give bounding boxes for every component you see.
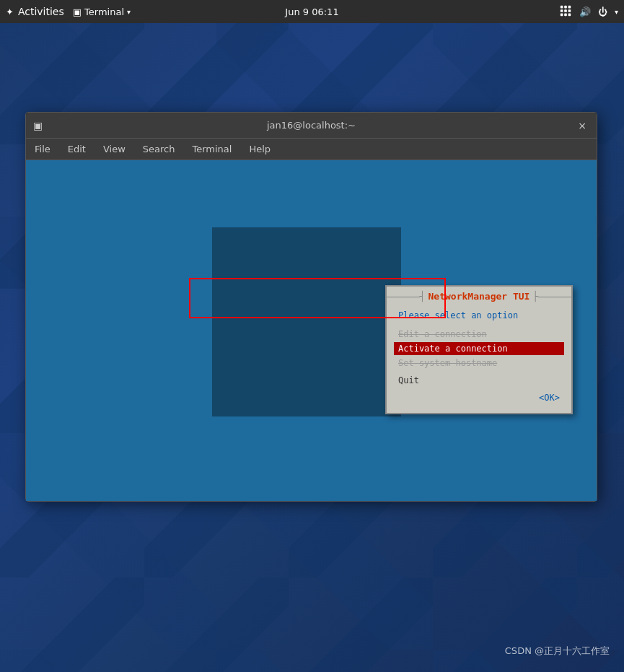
svg-rect-2 <box>568 5 571 8</box>
power-icon[interactable]: ⏻ <box>598 6 607 17</box>
topbar-datetime: Jun 9 06:11 <box>285 6 338 17</box>
network-icon[interactable] <box>559 4 572 19</box>
svg-rect-5 <box>568 9 571 12</box>
svg-rect-3 <box>561 9 563 12</box>
menu-file[interactable]: File <box>32 142 53 156</box>
nmtui-option-quit[interactable]: Quit <box>398 370 560 387</box>
terminal-menubar: File Edit View Search Terminal Help <box>26 139 597 160</box>
terminal-window-icon: ▣ <box>33 120 43 131</box>
activities-label: Activities <box>18 6 64 17</box>
menu-search[interactable]: Search <box>140 142 178 156</box>
menu-view[interactable]: View <box>100 142 128 156</box>
svg-rect-6 <box>561 13 563 16</box>
power-dropdown-icon: ▾ <box>615 8 618 16</box>
menu-edit[interactable]: Edit <box>65 142 89 156</box>
title-bracket-left: ┤ <box>420 291 426 302</box>
terminal-app-label: Terminal <box>84 6 124 17</box>
nmtui-option-activate[interactable]: Activate a connection <box>394 342 564 355</box>
terminal-close-button[interactable]: × <box>575 118 589 133</box>
nmtui-subtitle: Please select an option <box>398 310 560 320</box>
topbar: ✦ Activities ▣ Terminal ▾ Jun 9 06:11 <box>0 0 624 23</box>
svg-rect-0 <box>561 5 563 8</box>
terminal-title: jan16@localhost:~ <box>267 120 356 131</box>
menu-terminal[interactable]: Terminal <box>189 142 234 156</box>
topbar-left: ✦ Activities ▣ Terminal ▾ <box>6 6 131 17</box>
title-bracket-right: ├ <box>532 291 538 302</box>
nmtui-option-hostname[interactable]: Set system hostname <box>398 357 560 370</box>
datetime-label: Jun 9 06:11 <box>285 6 338 17</box>
topbar-right: 🔊 ⏻ ▾ <box>559 4 618 19</box>
nmtui-option-edit[interactable]: Edit a connection <box>398 328 560 341</box>
menu-help[interactable]: Help <box>246 142 273 156</box>
nmtui-title-text: NetworkManager TUI <box>426 291 533 302</box>
dialog-shadow <box>212 227 401 416</box>
svg-rect-7 <box>564 13 567 16</box>
svg-rect-4 <box>564 9 567 12</box>
terminal-icon: ▣ <box>73 6 82 17</box>
nmtui-body: Please select an option Edit a connectio… <box>387 306 571 413</box>
activities-icon: ✦ <box>6 6 14 17</box>
svg-rect-1 <box>564 5 567 8</box>
terminal-titlebar: ▣ jan16@localhost:~ × <box>26 113 597 139</box>
watermark: CSDN @正月十六工作室 <box>505 645 610 658</box>
terminal-app-menu[interactable]: ▣ Terminal ▾ <box>73 6 131 17</box>
nmtui-ok-button[interactable]: <OK> <box>398 393 560 403</box>
dropdown-icon: ▾ <box>127 8 131 16</box>
terminal-window: ▣ jan16@localhost:~ × File Edit View Sea… <box>25 112 597 502</box>
svg-rect-8 <box>568 13 571 16</box>
watermark-text: CSDN @正月十六工作室 <box>505 645 610 656</box>
activities-button[interactable]: ✦ Activities <box>6 6 64 17</box>
volume-icon[interactable]: 🔊 <box>579 6 591 17</box>
nmtui-titlebar: ┤ NetworkManager TUI ├ <box>387 287 571 306</box>
terminal-content: ┤ NetworkManager TUI ├ Please select an … <box>26 160 597 501</box>
